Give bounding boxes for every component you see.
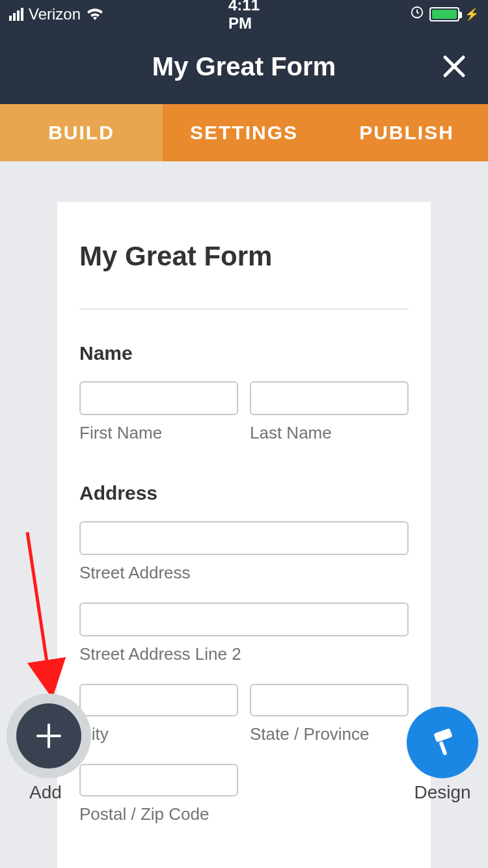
street-address-sublabel: Street Address [79,563,409,583]
page-title: My Great Form [152,52,336,81]
rotation-lock-icon [410,5,424,23]
close-icon [441,53,467,79]
plus-icon [34,721,64,751]
street-address-2-input[interactable] [79,603,409,636]
fab-add-halo [7,694,91,778]
fab-design: Design [403,700,481,803]
design-label: Design [403,782,481,803]
form-card: My Great Form Name First Name Last Name … [57,202,431,868]
street-address-input[interactable] [79,521,409,555]
tab-settings[interactable]: SETTINGS [163,104,325,161]
first-name-sublabel: First Name [79,423,238,443]
svg-rect-7 [439,741,447,756]
tab-bar: BUILD SETTINGS PUBLISH [0,104,488,161]
signal-icon [9,8,23,21]
tab-publish[interactable]: PUBLISH [325,104,488,161]
wifi-icon [86,7,104,21]
fab-add: Add [7,694,85,803]
add-label: Add [7,782,85,803]
form-title: My Great Form [79,241,409,272]
state-sublabel: State / Province [250,724,409,744]
svg-rect-6 [433,728,452,742]
clock: 4:11 PM [228,0,260,33]
street-address-2-sublabel: Street Address Line 2 [79,644,409,664]
postal-sublabel: Postal / Zip Code [79,804,238,824]
name-label: Name [79,342,409,364]
tab-build[interactable]: BUILD [0,104,163,161]
city-sublabel: City [79,724,238,744]
state-input[interactable] [250,684,409,716]
city-input[interactable] [79,684,238,716]
last-name-sublabel: Last Name [250,423,409,443]
carrier-label: Verizon [29,5,81,23]
divider [79,308,409,310]
design-button[interactable] [407,707,478,778]
paint-roller-icon [426,726,459,759]
charging-icon: ⚡ [465,7,479,21]
last-name-input[interactable] [250,381,409,415]
status-bar: Verizon 4:11 PM ⚡ [0,0,488,29]
first-name-input[interactable] [79,381,238,415]
close-button[interactable] [439,51,470,82]
add-button[interactable] [16,703,81,768]
postal-input[interactable] [79,764,238,796]
nav-header: My Great Form [0,29,488,104]
address-label: Address [79,482,409,504]
battery-icon [429,7,459,21]
